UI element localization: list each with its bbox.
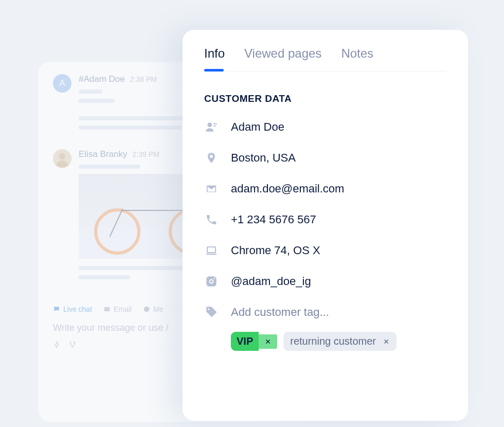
customer-location-row: Boston, USA: [204, 151, 446, 165]
channel-tab-email[interactable]: Email: [103, 305, 132, 313]
envelope-icon: [103, 306, 111, 313]
avatar: [53, 149, 71, 168]
channel-tab-livechat[interactable]: Live chat: [53, 305, 92, 313]
svg-point-4: [74, 342, 76, 344]
channel-label: Email: [114, 305, 132, 313]
sidebar-tabs: Info Viewed pages Notes: [204, 46, 446, 72]
svg-rect-8: [213, 126, 215, 127]
customer-device: Chrome 74, OS X: [231, 244, 320, 257]
branch-icon[interactable]: [68, 341, 77, 349]
svg-rect-9: [207, 247, 215, 253]
customer-name: Adam Doe: [231, 120, 284, 134]
customer-phone-row: +1 234 5676 567: [204, 212, 446, 227]
tab-viewed-pages[interactable]: Viewed pages: [244, 46, 321, 71]
svg-point-13: [213, 278, 215, 279]
customer-name-row: Adam Doe: [204, 120, 446, 134]
customer-location: Boston, USA: [231, 151, 296, 165]
channel-label: Live chat: [63, 305, 92, 313]
tab-notes[interactable]: Notes: [341, 46, 373, 71]
customer-social: @adam_doe_ig: [231, 275, 311, 288]
tag-label: VIP: [231, 332, 259, 351]
customer-social-row: @adam_doe_ig: [204, 274, 446, 289]
tags-container: VIP returning customer: [231, 332, 446, 351]
message-time: 2:39 PM: [132, 150, 159, 158]
add-tag-row[interactable]: Add customer tag...: [204, 305, 446, 319]
svg-point-2: [144, 307, 150, 312]
customer-email: adam.doe@email.com: [231, 182, 344, 195]
svg-point-6: [207, 122, 212, 127]
svg-point-0: [59, 153, 65, 159]
channel-label: Me: [153, 305, 163, 313]
message-time: 2:38 PM: [130, 75, 157, 83]
person-icon: [204, 120, 219, 134]
message-line-placeholder: [79, 275, 130, 279]
tag-icon: [204, 305, 219, 319]
tab-info[interactable]: Info: [204, 46, 225, 71]
instagram-icon: [204, 274, 219, 289]
message-author: Elisa Branky: [79, 149, 127, 159]
tag-label: returning customer: [283, 332, 383, 351]
avatar-initial: A: [59, 78, 65, 88]
svg-point-12: [210, 280, 213, 283]
remove-tag-button[interactable]: [383, 334, 397, 349]
phone-icon: [204, 212, 219, 227]
location-pin-icon: [204, 151, 219, 165]
svg-point-1: [56, 161, 68, 168]
lightning-icon[interactable]: [53, 341, 61, 349]
customer-phone: +1 234 5676 567: [231, 213, 316, 226]
laptop-icon: [204, 243, 219, 258]
customer-device-row: Chrome 74, OS X: [204, 243, 446, 258]
avatar: A: [53, 74, 71, 93]
composer-placeholder: Write your message or use /: [53, 323, 169, 333]
svg-point-3: [70, 342, 71, 344]
section-title: CUSTOMER DATA: [204, 93, 446, 104]
customer-sidebar: Info Viewed pages Notes CUSTOMER DATA Ad…: [183, 30, 468, 421]
channel-tab-messenger[interactable]: Me: [143, 305, 163, 313]
envelope-icon: [204, 182, 219, 196]
tag-vip: VIP: [231, 332, 277, 351]
svg-rect-7: [213, 123, 217, 124]
tag-returning-customer: returning customer: [283, 332, 397, 351]
message-line-placeholder: [79, 99, 115, 103]
messenger-icon: [143, 306, 150, 313]
remove-tag-button[interactable]: [259, 334, 277, 349]
tag-input-placeholder: Add customer tag...: [231, 306, 329, 319]
message-line-placeholder: [79, 90, 102, 94]
message-line-placeholder: [79, 165, 140, 169]
chat-bubble-icon: [53, 306, 60, 313]
customer-email-row: adam.doe@email.com: [204, 182, 446, 196]
message-line-placeholder: [79, 126, 182, 130]
message-author: #Adam Doe: [79, 74, 125, 84]
